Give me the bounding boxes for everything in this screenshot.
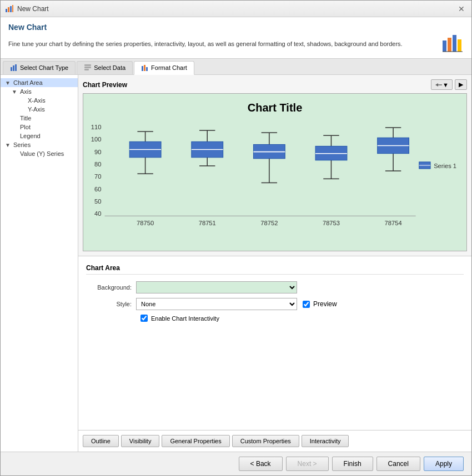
outline-button[interactable]: Outline <box>83 435 119 447</box>
tab-format-chart[interactable]: Format Chart <box>134 61 194 75</box>
next-button[interactable]: Next > <box>286 457 329 471</box>
svg-text:80: 80 <box>94 161 101 168</box>
svg-rect-15 <box>142 66 143 71</box>
svg-text:60: 60 <box>94 186 101 193</box>
page-title: New Chart <box>8 23 464 32</box>
svg-rect-2 <box>10 6 12 12</box>
interactivity-checkbox[interactable] <box>140 315 148 322</box>
style-select[interactable]: None Solid Gradient <box>136 298 297 310</box>
nav-prev-icon <box>435 82 443 88</box>
footer: < Back Next > Finish Cancel Apply <box>1 452 471 475</box>
svg-rect-11 <box>15 64 17 71</box>
svg-text:78753: 78753 <box>323 220 340 226</box>
sidebar-item-legend[interactable]: Legend <box>1 131 78 140</box>
sidebar-title-label: Title <box>20 115 31 121</box>
svg-rect-12 <box>84 64 91 66</box>
tab-select-data-label: Select Data <box>94 64 125 71</box>
sidebar-y-axis-label: Y-Axis <box>28 106 45 113</box>
properties-section: Chart Area Background: Style: None Solid… <box>78 256 471 430</box>
main-content: ▼ Chart Area ▼ Axis X-Axis Y-Axis Title <box>1 75 471 452</box>
close-button[interactable]: ✕ <box>456 3 467 14</box>
custom-properties-button[interactable]: Custom Properties <box>232 435 299 447</box>
preview-section: Chart Preview ▼ ▶ <box>78 75 471 256</box>
background-row: Background: <box>86 281 464 293</box>
sidebar-item-plot[interactable]: Plot <box>1 123 78 131</box>
svg-text:78752: 78752 <box>260 220 278 226</box>
tab-bar: Select Chart Type Select Data Format Cha… <box>1 59 471 75</box>
style-row: Style: None Solid Gradient Preview <box>86 298 464 310</box>
general-properties-button[interactable]: General Properties <box>162 435 229 447</box>
header-description: Fine tune your chart by defining the ser… <box>8 34 464 54</box>
sidebar-item-axis[interactable]: ▼ Axis <box>1 87 78 96</box>
sidebar-item-series[interactable]: ▼ Series <box>1 140 78 149</box>
preview-header: Chart Preview ▼ ▶ <box>83 79 467 90</box>
svg-text:78750: 78750 <box>137 220 154 226</box>
toggle-icon: ▼ <box>5 142 12 148</box>
toggle-icon: ▼ <box>5 80 12 86</box>
sidebar-item-value-y-series[interactable]: Value (Y) Series <box>1 149 78 158</box>
preview-title: Chart Preview <box>83 81 127 89</box>
finish-button[interactable]: Finish <box>332 457 373 471</box>
svg-text:40: 40 <box>94 210 101 217</box>
sidebar-x-axis-label: X-Axis <box>28 97 46 104</box>
preview-checkbox-label: Preview <box>313 300 337 308</box>
svg-rect-6 <box>453 35 456 52</box>
svg-text:Series 1: Series 1 <box>434 163 456 169</box>
back-button[interactable]: < Back <box>239 457 283 471</box>
sidebar-value-y-series-label: Value (Y) Series <box>20 150 64 157</box>
svg-text:90: 90 <box>94 149 101 155</box>
window-icon <box>5 4 14 13</box>
sidebar-chart-area-label: Chart Area <box>13 79 43 86</box>
svg-text:50: 50 <box>94 198 101 205</box>
apply-button[interactable]: Apply <box>424 457 464 471</box>
nav-prev-button[interactable]: ▼ <box>431 79 453 90</box>
svg-text:78754: 78754 <box>385 220 402 226</box>
svg-rect-7 <box>458 39 461 52</box>
window-title: New Chart <box>17 5 49 13</box>
svg-rect-0 <box>6 9 7 12</box>
property-buttons-bar: Outline Visibility General Properties Cu… <box>78 430 471 452</box>
background-label: Background: <box>86 284 136 291</box>
sidebar-item-y-axis[interactable]: Y-Axis <box>1 105 78 114</box>
svg-rect-10 <box>13 65 14 71</box>
sidebar-item-title[interactable]: Title <box>1 114 78 123</box>
style-label: Style: <box>86 301 136 307</box>
visibility-button[interactable]: Visibility <box>121 435 160 447</box>
format-chart-icon <box>141 64 149 72</box>
title-bar: New Chart ✕ <box>1 1 471 17</box>
sidebar-plot-label: Plot <box>20 124 31 130</box>
tab-select-chart-type[interactable]: Select Chart Type <box>3 61 76 74</box>
main-window: New Chart ✕ New Chart Fine tune your cha… <box>0 0 472 476</box>
toggle-icon: ▼ <box>12 89 18 95</box>
chart-canvas-area: Chart Title 110 100 90 80 70 60 50 40 <box>83 93 467 251</box>
svg-text:78751: 78751 <box>199 220 216 226</box>
svg-text:100: 100 <box>91 136 102 143</box>
sidebar-item-x-axis[interactable]: X-Axis <box>1 96 78 105</box>
svg-rect-3 <box>12 5 13 12</box>
sidebar-series-label: Series <box>13 141 31 148</box>
preview-checkbox[interactable] <box>303 301 310 308</box>
sidebar: ▼ Chart Area ▼ Axis X-Axis Y-Axis Title <box>1 75 78 452</box>
svg-rect-14 <box>84 69 89 70</box>
tab-format-chart-label: Format Chart <box>151 64 187 71</box>
tab-select-chart-type-label: Select Chart Type <box>20 64 68 71</box>
header-section: New Chart Fine tune your chart by defini… <box>1 17 471 59</box>
nav-next-button[interactable]: ▶ <box>455 79 467 90</box>
svg-rect-1 <box>8 7 9 12</box>
interactivity-row: Enable Chart Interactivity <box>86 315 464 322</box>
background-select[interactable] <box>136 281 297 293</box>
sidebar-axis-label: Axis <box>20 88 32 95</box>
sidebar-item-chart-area[interactable]: ▼ Chart Area <box>1 78 78 87</box>
svg-rect-17 <box>146 67 148 71</box>
interactivity-button[interactable]: Interactivity <box>302 435 349 447</box>
select-data-icon <box>84 64 92 72</box>
right-panel: Chart Preview ▼ ▶ <box>78 75 471 452</box>
cancel-button[interactable]: Cancel <box>376 457 420 471</box>
svg-text:110: 110 <box>91 124 102 130</box>
svg-rect-5 <box>448 38 451 52</box>
tab-select-data[interactable]: Select Data <box>77 61 133 74</box>
svg-rect-16 <box>144 65 145 71</box>
svg-rect-4 <box>443 40 446 52</box>
svg-rect-9 <box>11 67 12 71</box>
preview-nav: ▼ ▶ <box>431 79 467 90</box>
